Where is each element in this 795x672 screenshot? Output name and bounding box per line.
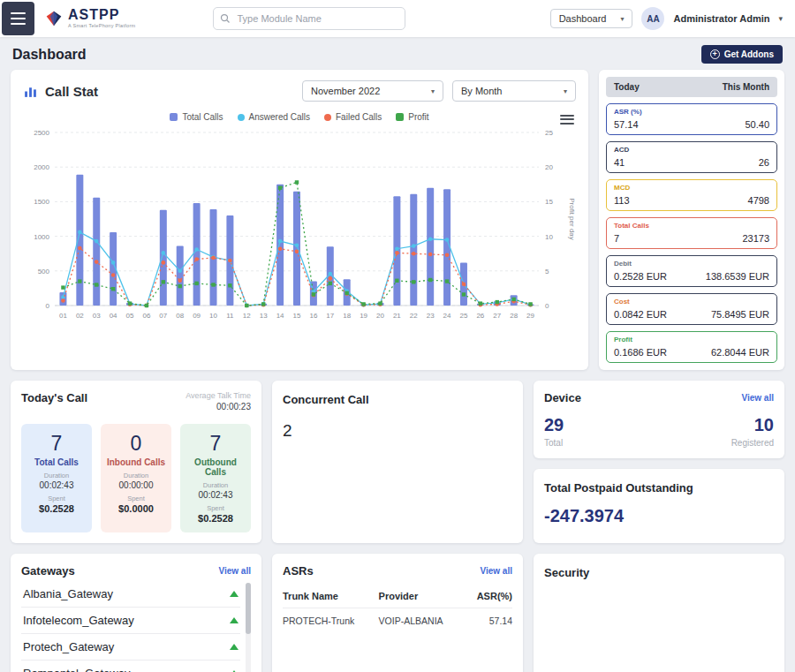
bar-chart-icon (23, 84, 38, 99)
asr-table-row[interactable]: PROTECH-TrunkVOIP-ALBANIA57.14 (283, 608, 512, 634)
summary-row-cost: Cost0.0842 EUR75.8495 EUR (606, 293, 777, 325)
summary-month-value: 23173 (742, 233, 769, 244)
stat-box-inbound-calls: 0Inbound CallsDuration00:00:00Spent$0.00… (101, 424, 171, 532)
stat-spent-value: $0.2528 (25, 503, 88, 514)
svg-text:16: 16 (309, 312, 317, 320)
device-total-value: 29 (544, 415, 564, 435)
device-card: Device View all 29 Total 10 Registered (534, 381, 784, 458)
month-dropdown[interactable]: November 2022 ▾ (302, 80, 443, 102)
svg-text:19: 19 (360, 312, 367, 320)
summary-row-debit: Debit0.2528 EUR138.6539 EUR (606, 255, 777, 287)
summary-row-label: MCD (614, 184, 769, 192)
page-title: Dashboard (12, 47, 87, 63)
stat-duration-value: 00:00:00 (104, 480, 168, 490)
summary-month-value: 138.6539 EUR (706, 271, 769, 282)
gateway-name: Rampantel_Gateway (23, 667, 130, 672)
asr-cell: VOIP-ALBANIA (379, 608, 465, 634)
concurrent-call-card: Concurrent Call 2 (272, 381, 523, 543)
legend-item-answered-calls[interactable]: Answered Calls (238, 112, 310, 122)
page-header: Dashboard + Get Addons (0, 37, 795, 70)
stat-duration-label: Duration (184, 481, 247, 489)
stat-duration-label: Duration (104, 472, 168, 479)
gateways-view-all-link[interactable]: View all (218, 566, 251, 576)
summary-row-asr: ASR (%)57.1450.40 (606, 103, 777, 135)
legend-item-profit[interactable]: Profit (396, 112, 428, 122)
chevron-down-icon: ▾ (620, 15, 624, 23)
svg-text:08: 08 (176, 312, 184, 320)
module-search-input[interactable] (213, 7, 405, 30)
summary-month-value: 26 (759, 157, 769, 168)
svg-text:21: 21 (393, 312, 401, 320)
stat-label: Outbound Calls (184, 457, 247, 477)
summary-today-value: 0.0842 EUR (614, 309, 667, 320)
device-view-all-link[interactable]: View all (741, 393, 774, 403)
summary-today-value: 7 (614, 233, 619, 244)
astpp-logo[interactable]: ASTPP A Smart TelePhony Platform (45, 8, 135, 29)
status-up-icon (230, 617, 238, 623)
scrollbar-thumb[interactable] (246, 583, 251, 634)
asr-cell: 57.14 (465, 608, 512, 634)
legend-item-failed-calls[interactable]: Failed Calls (324, 112, 382, 122)
concurrent-call-value: 2 (283, 421, 512, 441)
dashboard-dropdown[interactable]: Dashboard ▾ (550, 9, 633, 28)
summary-row-mcd: MCD1134798 (606, 179, 777, 211)
dashboard-dropdown-value: Dashboard (559, 13, 607, 24)
stat-box-total-calls: 7Total CallsDuration00:02:43Spent$0.2528 (21, 424, 92, 532)
gateway-name: Albania_Gateway (23, 587, 113, 600)
gateway-name: Infotelecom_Gateway (23, 614, 134, 627)
scrollbar-track (246, 583, 251, 672)
summary-row-label: Total Calls (614, 222, 769, 230)
stat-duration-value: 00:02:43 (25, 480, 88, 490)
chart-menu-icon[interactable] (560, 112, 574, 126)
summary-month-value: 4798 (748, 195, 769, 206)
asrs-view-all-link[interactable]: View all (480, 566, 512, 576)
svg-text:10: 10 (545, 233, 553, 241)
gateway-row-albania-gateway[interactable]: Albania_Gateway (21, 581, 240, 608)
summary-col-today: Today (614, 82, 640, 92)
device-title: Device (544, 391, 581, 404)
legend-item-total-calls[interactable]: Total Calls (170, 112, 223, 122)
menu-toggle-button[interactable] (2, 2, 34, 35)
month-dropdown-value: November 2022 (311, 86, 380, 96)
status-up-icon (230, 591, 238, 597)
gateway-row-rampantel-gateway[interactable]: Rampantel_Gateway (21, 661, 240, 672)
legend-label: Answered Calls (249, 112, 310, 122)
svg-text:1000: 1000 (34, 233, 49, 241)
summary-today-value: 113 (614, 195, 630, 206)
get-addons-button[interactable]: + Get Addons (701, 45, 783, 64)
search-icon (220, 13, 231, 24)
svg-text:26: 26 (476, 312, 484, 320)
gateway-row-protech-gateway[interactable]: Protech_Gateway (21, 634, 240, 661)
asr-cell: PROTECH-Trunk (283, 608, 379, 634)
avatar[interactable]: AA (641, 7, 664, 30)
postpaid-outstanding-card: Total Postpaid Outstanding -247.3974 (534, 469, 784, 543)
asr-column-asr: ASR(%) (465, 585, 512, 608)
legend-marker-icon (324, 114, 331, 121)
svg-text:15: 15 (545, 198, 553, 206)
legend-label: Profit (408, 112, 428, 122)
device-total-label: Total (544, 438, 564, 448)
gateway-row-infotelecom-gateway[interactable]: Infotelecom_Gateway (21, 608, 240, 634)
stat-spent-label: Spent (104, 495, 168, 502)
svg-text:1500: 1500 (34, 198, 49, 206)
stat-value: 0 (104, 432, 168, 456)
postpaid-value: -247.3974 (544, 506, 774, 526)
legend-marker-icon (238, 114, 245, 121)
user-menu-chevron-icon[interactable]: ▾ (778, 14, 783, 23)
svg-text:27: 27 (493, 312, 501, 320)
stat-value: 7 (25, 432, 88, 456)
svg-text:2000: 2000 (34, 163, 49, 171)
astpp-logo-icon (45, 10, 63, 27)
summary-row-label: ASR (%) (614, 108, 769, 116)
svg-text:28: 28 (510, 312, 518, 320)
svg-text:13: 13 (260, 312, 268, 320)
svg-text:15: 15 (293, 312, 301, 320)
period-dropdown[interactable]: By Month ▾ (452, 80, 576, 102)
summary-row-total-calls: Total Calls723173 (606, 217, 777, 249)
stat-value: 7 (184, 432, 247, 456)
svg-text:02: 02 (76, 312, 84, 320)
stat-box-outbound-calls: 7Outbound CallsDuration00:02:43Spent$0.2… (180, 424, 251, 532)
svg-text:01: 01 (59, 312, 67, 320)
asrs-title: ASRs (283, 564, 314, 578)
svg-text:11: 11 (226, 312, 234, 320)
